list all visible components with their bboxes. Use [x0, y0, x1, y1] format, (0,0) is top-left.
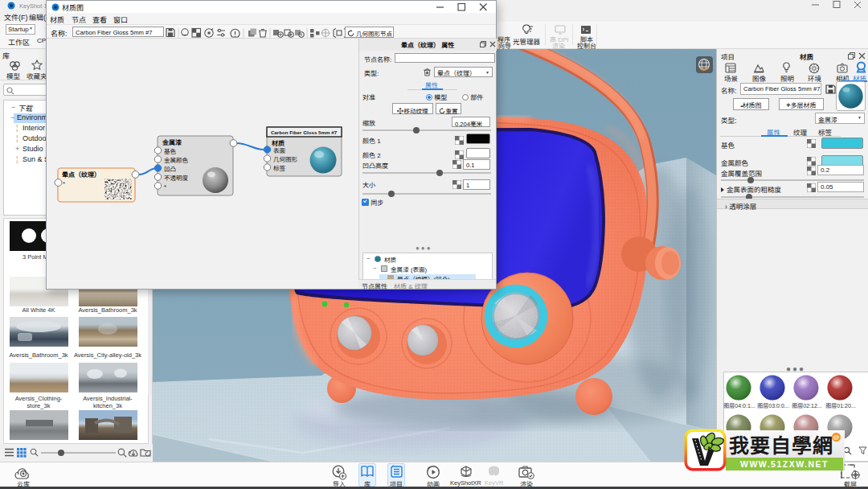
- svg-text:基色: 基色: [164, 148, 176, 155]
- svg-text:不透明度: 不透明度: [164, 175, 188, 182]
- svg-text:Carbon Fiber Gloss 5mm #7: Carbon Fiber Gloss 5mm #7: [271, 129, 338, 135]
- svg-text:图层02:12...: 图层02:12...: [792, 403, 821, 409]
- svg-text:标签: 标签: [273, 165, 285, 172]
- svg-text:图层03:0:0...: 图层03:0:0...: [757, 403, 788, 409]
- svg-text:凹凸: 凹凸: [164, 166, 176, 173]
- svg-text:金属漆: 金属漆: [162, 139, 182, 146]
- svg-text:金属颜色: 金属颜色: [164, 157, 188, 164]
- svg-text:晕点（纹理）: 晕点（纹理）: [62, 171, 100, 179]
- svg-text:几何图形: 几何图形: [273, 156, 297, 163]
- svg-text:*: *: [164, 183, 166, 191]
- svg-text:*: *: [63, 180, 65, 187]
- svg-text:图层01:20...: 图层01:20...: [825, 403, 855, 409]
- svg-text:表面: 表面: [273, 147, 285, 154]
- svg-text:图层04:0:1...: 图层04:0:1...: [723, 403, 755, 409]
